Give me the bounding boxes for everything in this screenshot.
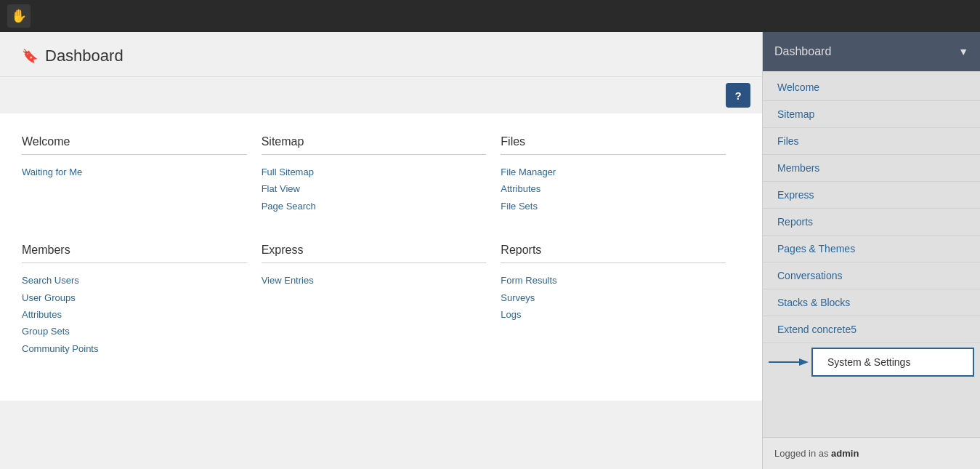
section-link-user-groups[interactable]: User Groups [22, 289, 247, 306]
logged-in-user: admin [831, 448, 859, 459]
section-link-flat-view[interactable]: Flat View [262, 180, 487, 197]
bookmark-icon: 🔖 [22, 48, 38, 64]
help-btn-row: ? [0, 77, 762, 113]
section-reports: ReportsForm ResultsSurveysLogs [501, 236, 740, 379]
section-link-logs[interactable]: Logs [501, 306, 726, 323]
sidebar-footer: Logged in as admin [763, 437, 980, 469]
sidebar-header: Dashboard ▼ [763, 32, 980, 71]
section-link-surveys[interactable]: Surveys [501, 289, 726, 306]
section-title-members: Members [22, 244, 247, 263]
section-link-file-manager[interactable]: File Manager [501, 164, 726, 180]
section-link-group-sets[interactable]: Group Sets [22, 323, 247, 340]
page-header: 🔖 Dashboard [0, 32, 762, 77]
section-link-waiting-for-me[interactable]: Waiting for Me [22, 164, 247, 180]
section-link-full-sitemap[interactable]: Full Sitemap [262, 164, 487, 180]
help-button[interactable]: ? [726, 83, 750, 108]
sections-grid: WelcomeWaiting for MeSitemapFull Sitemap… [22, 128, 740, 379]
sidebar-item-welcome[interactable]: Welcome [763, 74, 980, 101]
section-link-page-search[interactable]: Page Search [262, 198, 487, 215]
sidebar-item-pages-themes[interactable]: Pages & Themes [763, 236, 980, 262]
dashboard-content: WelcomeWaiting for MeSitemapFull Sitemap… [0, 113, 762, 401]
sidebar-items: WelcomeSitemapFilesMembersExpressReports… [763, 71, 980, 437]
section-title-files: Files [501, 135, 726, 155]
page-title: Dashboard [45, 47, 123, 65]
section-link-file-sets[interactable]: File Sets [501, 198, 726, 215]
sidebar-item-express[interactable]: Express [763, 182, 980, 209]
sidebar-header-title: Dashboard [774, 45, 831, 58]
section-link-attributes[interactable]: Attributes [22, 306, 247, 323]
section-title-sitemap: Sitemap [262, 135, 487, 155]
section-title-welcome: Welcome [22, 135, 247, 155]
sidebar-item-stacks-blocks[interactable]: Stacks & Blocks [763, 289, 980, 316]
section-link-search-users[interactable]: Search Users [22, 272, 247, 289]
section-link-form-results[interactable]: Form Results [501, 272, 726, 289]
chevron-down-icon: ▼ [958, 46, 968, 57]
section-link-community-points[interactable]: Community Points [22, 340, 247, 357]
section-title-express: Express [262, 244, 487, 263]
section-files: FilesFile ManagerAttributesFile Sets [501, 128, 740, 236]
top-bar: ✋ [0, 0, 980, 32]
system-settings-row: System & Settings [763, 343, 980, 381]
sidebar-item-conversations[interactable]: Conversations [763, 262, 980, 289]
arrow-indicator [763, 355, 811, 369]
logged-in-prefix: Logged in as [774, 448, 831, 459]
logo-icon: ✋ [11, 8, 27, 24]
sidebar-item-files[interactable]: Files [763, 128, 980, 155]
section-express: ExpressView Entries [262, 236, 501, 379]
section-link-view-entries[interactable]: View Entries [262, 272, 487, 289]
section-welcome: WelcomeWaiting for Me [22, 128, 262, 236]
section-title-reports: Reports [501, 244, 726, 263]
sidebar-item-extend-concrete5[interactable]: Extend concrete5 [763, 316, 980, 343]
section-sitemap: SitemapFull SitemapFlat ViewPage Search [262, 128, 501, 236]
section-members: MembersSearch UsersUser GroupsAttributes… [22, 236, 262, 379]
content-area: 🔖 Dashboard ? WelcomeWaiting for MeSitem… [0, 32, 762, 469]
right-sidebar: Dashboard ▼ WelcomeSitemapFilesMembersEx… [762, 32, 980, 469]
sidebar-item-sitemap[interactable]: Sitemap [763, 101, 980, 128]
app-logo: ✋ [7, 4, 31, 28]
main-layout: 🔖 Dashboard ? WelcomeWaiting for MeSitem… [0, 32, 980, 469]
sidebar-item-members[interactable]: Members [763, 155, 980, 182]
sidebar-item-system-settings[interactable]: System & Settings [811, 348, 974, 377]
sidebar-item-reports[interactable]: Reports [763, 209, 980, 236]
svg-marker-1 [799, 358, 809, 366]
section-link-attributes[interactable]: Attributes [501, 180, 726, 197]
